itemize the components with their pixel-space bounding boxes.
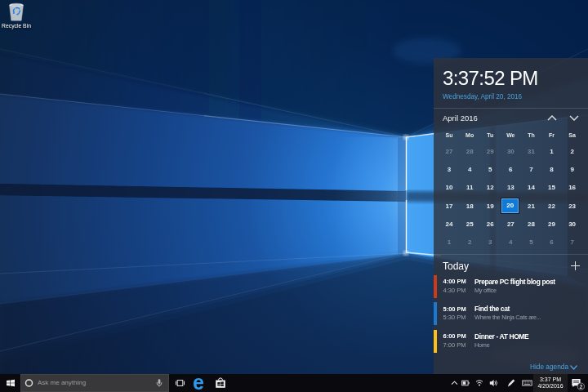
svg-text:2: 2 <box>579 384 582 390</box>
